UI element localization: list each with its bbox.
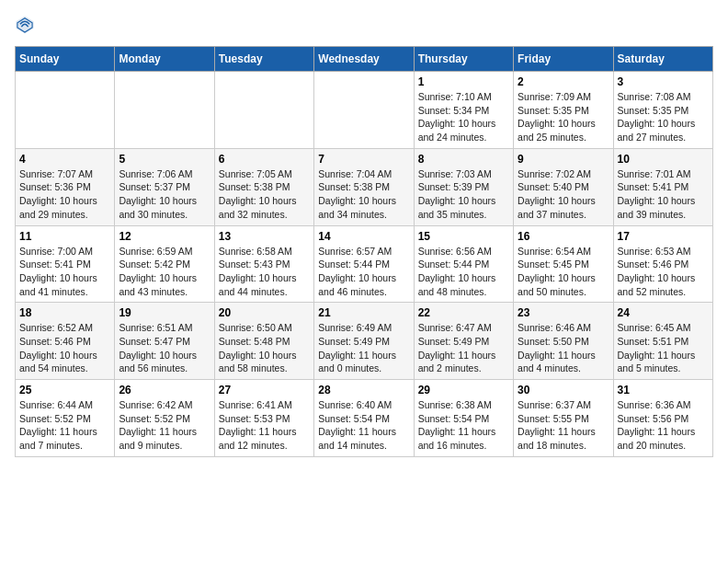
calendar-cell bbox=[16, 72, 115, 149]
day-info: Sunrise: 7:10 AM Sunset: 5:34 PM Dayligh… bbox=[418, 90, 509, 144]
column-header-friday: Friday bbox=[514, 47, 613, 72]
day-number: 10 bbox=[618, 153, 709, 166]
day-number: 11 bbox=[19, 230, 110, 243]
day-number: 5 bbox=[119, 153, 210, 166]
calendar-cell: 25Sunrise: 6:44 AM Sunset: 5:52 PM Dayli… bbox=[16, 380, 115, 457]
day-number: 17 bbox=[618, 230, 709, 243]
day-info: Sunrise: 7:03 AM Sunset: 5:39 PM Dayligh… bbox=[418, 167, 509, 222]
day-number: 29 bbox=[418, 384, 509, 396]
day-info: Sunrise: 7:04 AM Sunset: 5:38 PM Dayligh… bbox=[318, 167, 409, 222]
calendar-cell: 10Sunrise: 7:01 AM Sunset: 5:41 PM Dayli… bbox=[613, 148, 712, 225]
calendar-cell: 3Sunrise: 7:08 AM Sunset: 5:35 PM Daylig… bbox=[613, 72, 712, 149]
day-info: Sunrise: 6:58 AM Sunset: 5:43 PM Dayligh… bbox=[219, 245, 310, 299]
day-number: 1 bbox=[418, 75, 509, 88]
calendar-cell: 4Sunrise: 7:07 AM Sunset: 5:36 PM Daylig… bbox=[16, 148, 115, 225]
day-info: Sunrise: 6:50 AM Sunset: 5:48 PM Dayligh… bbox=[219, 321, 310, 375]
day-number: 22 bbox=[418, 306, 509, 319]
day-number: 25 bbox=[19, 384, 110, 396]
column-header-monday: Monday bbox=[115, 47, 214, 72]
day-number: 8 bbox=[418, 153, 509, 166]
calendar-cell bbox=[314, 72, 414, 149]
day-info: Sunrise: 6:49 AM Sunset: 5:49 PM Dayligh… bbox=[318, 321, 409, 375]
calendar-header-row: SundayMondayTuesdayWednesdayThursdayFrid… bbox=[16, 47, 713, 72]
calendar-cell: 20Sunrise: 6:50 AM Sunset: 5:48 PM Dayli… bbox=[214, 303, 313, 380]
day-info: Sunrise: 6:45 AM Sunset: 5:51 PM Dayligh… bbox=[618, 321, 709, 375]
day-info: Sunrise: 7:05 AM Sunset: 5:38 PM Dayligh… bbox=[219, 167, 310, 222]
day-number: 13 bbox=[219, 230, 310, 243]
day-number: 9 bbox=[518, 153, 609, 166]
day-info: Sunrise: 6:38 AM Sunset: 5:54 PM Dayligh… bbox=[418, 398, 509, 453]
calendar-week-row: 11Sunrise: 7:00 AM Sunset: 5:41 PM Dayli… bbox=[16, 225, 713, 303]
calendar-cell bbox=[115, 72, 214, 149]
calendar-cell bbox=[214, 72, 313, 149]
day-number: 18 bbox=[19, 306, 110, 319]
day-number: 12 bbox=[119, 230, 210, 243]
calendar-cell: 23Sunrise: 6:46 AM Sunset: 5:50 PM Dayli… bbox=[514, 303, 613, 380]
calendar-week-row: 1Sunrise: 7:10 AM Sunset: 5:34 PM Daylig… bbox=[16, 72, 713, 149]
day-info: Sunrise: 6:41 AM Sunset: 5:53 PM Dayligh… bbox=[219, 398, 310, 453]
day-info: Sunrise: 6:52 AM Sunset: 5:46 PM Dayligh… bbox=[19, 321, 110, 375]
calendar-cell: 19Sunrise: 6:51 AM Sunset: 5:47 PM Dayli… bbox=[115, 303, 214, 380]
day-number: 14 bbox=[318, 230, 409, 243]
calendar-cell: 6Sunrise: 7:05 AM Sunset: 5:38 PM Daylig… bbox=[214, 148, 313, 225]
day-info: Sunrise: 6:46 AM Sunset: 5:50 PM Dayligh… bbox=[518, 321, 609, 375]
day-info: Sunrise: 7:07 AM Sunset: 5:36 PM Dayligh… bbox=[19, 167, 110, 222]
day-info: Sunrise: 6:53 AM Sunset: 5:46 PM Dayligh… bbox=[618, 245, 709, 299]
day-info: Sunrise: 7:01 AM Sunset: 5:41 PM Dayligh… bbox=[618, 167, 709, 222]
calendar-cell: 24Sunrise: 6:45 AM Sunset: 5:51 PM Dayli… bbox=[613, 303, 712, 380]
day-number: 16 bbox=[518, 230, 609, 243]
day-info: Sunrise: 6:47 AM Sunset: 5:49 PM Dayligh… bbox=[418, 321, 509, 375]
column-header-sunday: Sunday bbox=[16, 47, 115, 72]
calendar-cell: 16Sunrise: 6:54 AM Sunset: 5:45 PM Dayli… bbox=[514, 225, 613, 303]
day-number: 15 bbox=[418, 230, 509, 243]
day-info: Sunrise: 7:06 AM Sunset: 5:37 PM Dayligh… bbox=[119, 167, 210, 222]
day-number: 31 bbox=[618, 384, 709, 396]
calendar-cell: 22Sunrise: 6:47 AM Sunset: 5:49 PM Dayli… bbox=[414, 303, 513, 380]
day-number: 7 bbox=[318, 153, 409, 166]
day-info: Sunrise: 6:54 AM Sunset: 5:45 PM Dayligh… bbox=[518, 245, 609, 299]
calendar-cell: 27Sunrise: 6:41 AM Sunset: 5:53 PM Dayli… bbox=[214, 380, 313, 457]
column-header-wednesday: Wednesday bbox=[314, 47, 414, 72]
calendar-cell: 13Sunrise: 6:58 AM Sunset: 5:43 PM Dayli… bbox=[214, 225, 313, 303]
logo-icon bbox=[15, 15, 35, 35]
day-info: Sunrise: 6:56 AM Sunset: 5:44 PM Dayligh… bbox=[418, 245, 509, 299]
day-number: 2 bbox=[518, 75, 609, 88]
day-number: 3 bbox=[618, 75, 709, 88]
calendar-cell: 29Sunrise: 6:38 AM Sunset: 5:54 PM Dayli… bbox=[414, 380, 513, 457]
calendar-cell: 7Sunrise: 7:04 AM Sunset: 5:38 PM Daylig… bbox=[314, 148, 414, 225]
column-header-saturday: Saturday bbox=[613, 47, 712, 72]
calendar-cell: 5Sunrise: 7:06 AM Sunset: 5:37 PM Daylig… bbox=[115, 148, 214, 225]
day-info: Sunrise: 7:00 AM Sunset: 5:41 PM Dayligh… bbox=[19, 245, 110, 299]
day-info: Sunrise: 6:51 AM Sunset: 5:47 PM Dayligh… bbox=[119, 321, 210, 375]
day-info: Sunrise: 7:09 AM Sunset: 5:35 PM Dayligh… bbox=[518, 90, 609, 144]
day-info: Sunrise: 6:40 AM Sunset: 5:54 PM Dayligh… bbox=[318, 398, 409, 453]
day-info: Sunrise: 6:36 AM Sunset: 5:56 PM Dayligh… bbox=[618, 398, 709, 453]
day-number: 20 bbox=[219, 306, 310, 319]
calendar-cell: 1Sunrise: 7:10 AM Sunset: 5:34 PM Daylig… bbox=[414, 72, 513, 149]
calendar-cell: 26Sunrise: 6:42 AM Sunset: 5:52 PM Dayli… bbox=[115, 380, 214, 457]
day-info: Sunrise: 6:59 AM Sunset: 5:42 PM Dayligh… bbox=[119, 245, 210, 299]
day-number: 21 bbox=[318, 306, 409, 319]
calendar-cell: 30Sunrise: 6:37 AM Sunset: 5:55 PM Dayli… bbox=[514, 380, 613, 457]
calendar-cell: 11Sunrise: 7:00 AM Sunset: 5:41 PM Dayli… bbox=[16, 225, 115, 303]
day-info: Sunrise: 7:08 AM Sunset: 5:35 PM Dayligh… bbox=[618, 90, 709, 144]
page-header bbox=[15, 15, 713, 39]
calendar-cell: 12Sunrise: 6:59 AM Sunset: 5:42 PM Dayli… bbox=[115, 225, 214, 303]
column-header-thursday: Thursday bbox=[414, 47, 513, 72]
calendar-cell: 28Sunrise: 6:40 AM Sunset: 5:54 PM Dayli… bbox=[314, 380, 414, 457]
day-info: Sunrise: 6:57 AM Sunset: 5:44 PM Dayligh… bbox=[318, 245, 409, 299]
day-number: 26 bbox=[119, 384, 210, 396]
calendar-cell: 15Sunrise: 6:56 AM Sunset: 5:44 PM Dayli… bbox=[414, 225, 513, 303]
calendar-cell: 17Sunrise: 6:53 AM Sunset: 5:46 PM Dayli… bbox=[613, 225, 712, 303]
day-info: Sunrise: 7:02 AM Sunset: 5:40 PM Dayligh… bbox=[518, 167, 609, 222]
logo bbox=[15, 15, 37, 39]
calendar-week-row: 4Sunrise: 7:07 AM Sunset: 5:36 PM Daylig… bbox=[16, 148, 713, 225]
calendar-cell: 2Sunrise: 7:09 AM Sunset: 5:35 PM Daylig… bbox=[514, 72, 613, 149]
calendar-week-row: 25Sunrise: 6:44 AM Sunset: 5:52 PM Dayli… bbox=[16, 380, 713, 457]
day-number: 4 bbox=[19, 153, 110, 166]
calendar-cell: 31Sunrise: 6:36 AM Sunset: 5:56 PM Dayli… bbox=[613, 380, 712, 457]
day-info: Sunrise: 6:42 AM Sunset: 5:52 PM Dayligh… bbox=[119, 398, 210, 453]
calendar-cell: 9Sunrise: 7:02 AM Sunset: 5:40 PM Daylig… bbox=[514, 148, 613, 225]
column-header-tuesday: Tuesday bbox=[214, 47, 313, 72]
day-number: 27 bbox=[219, 384, 310, 396]
